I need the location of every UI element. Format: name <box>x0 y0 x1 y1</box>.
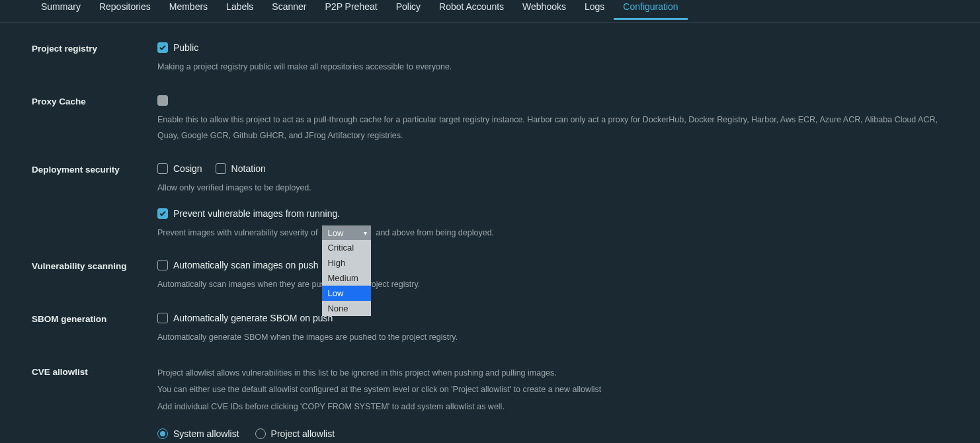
row-proxy-cache: Proxy Cache Enable this to allow this pr… <box>32 95 948 144</box>
prevent-vulnerable-checkbox[interactable] <box>157 208 168 219</box>
severity-option-high[interactable]: High <box>322 255 371 270</box>
tab-logs[interactable]: Logs <box>575 0 614 19</box>
cosign-label: Cosign <box>173 163 202 174</box>
cosign-checkbox[interactable] <box>157 163 168 174</box>
row-sbom: SBOM generation Automatically generate S… <box>32 313 948 346</box>
system-allowlist-radio[interactable] <box>157 428 168 439</box>
severity-option-none[interactable]: None <box>322 301 371 316</box>
project-allowlist-label: Project allowlist <box>271 428 335 439</box>
tab-configuration[interactable]: Configuration <box>614 0 687 20</box>
tab-scanner[interactable]: Scanner <box>263 0 315 19</box>
allowlist-radio-group: System allowlist Project allowlist <box>157 428 948 439</box>
auto-sbom-checkbox[interactable] <box>157 313 168 323</box>
label-deployment-security: Deployment security <box>32 163 157 175</box>
auto-sbom-help: Automatically generate SBOM when the ima… <box>157 330 948 346</box>
project-allowlist-radio[interactable] <box>255 428 266 439</box>
row-cve-allowlist: CVE allowlist Project allowlist allows v… <box>32 366 948 439</box>
severity-prefix: Prevent images with vulnerability severi… <box>157 228 317 237</box>
system-allowlist-option[interactable]: System allowlist <box>157 428 239 439</box>
project-allowlist-option[interactable]: Project allowlist <box>255 428 335 439</box>
tab-webhooks[interactable]: Webhooks <box>513 0 575 19</box>
deployment-security-help: Allow only verified images to be deploye… <box>157 181 948 196</box>
severity-line: Prevent images with vulnerability severi… <box>157 225 948 240</box>
row-project-registry: Project registry Public Making a project… <box>32 42 948 75</box>
cve-help-1: Project allowlist allows vulnerabilities… <box>157 366 948 382</box>
notation-checkbox[interactable] <box>216 163 226 174</box>
severity-option-low[interactable]: Low <box>322 286 371 301</box>
tab-summary[interactable]: Summary <box>32 0 90 19</box>
tab-labels[interactable]: Labels <box>217 0 263 19</box>
severity-suffix: and above from being deployed. <box>376 228 494 237</box>
label-sbom: SBOM generation <box>32 313 157 324</box>
tab-policy[interactable]: Policy <box>387 0 430 19</box>
severity-dropdown: CriticalHighMediumLowNone <box>322 240 371 316</box>
row-deployment-security: Deployment security Cosign Notation Allo… <box>32 163 948 240</box>
cve-help-2: You can either use the default allowlist… <box>157 382 948 398</box>
tab-robot-accounts[interactable]: Robot Accounts <box>430 0 513 19</box>
cve-help-3: Add individual CVE IDs before clicking '… <box>157 399 948 415</box>
public-checkbox[interactable] <box>157 42 168 53</box>
system-allowlist-label: System allowlist <box>173 428 239 439</box>
chevron-down-icon: ▾ <box>364 229 367 237</box>
severity-option-critical[interactable]: Critical <box>322 240 371 255</box>
auto-scan-help: Automatically scan images when they are … <box>157 277 948 293</box>
severity-option-medium[interactable]: Medium <box>322 270 371 286</box>
label-cve-allowlist: CVE allowlist <box>32 366 157 377</box>
label-project-registry: Project registry <box>32 42 157 54</box>
proxy-cache-checkbox[interactable] <box>157 95 168 106</box>
proxy-cache-help: Enable this to allow this project to act… <box>157 112 948 144</box>
public-label: Public <box>173 42 198 53</box>
tab-p2p-preheat[interactable]: P2P Preheat <box>316 0 387 19</box>
tabs-bar: SummaryRepositoriesMembersLabelsScannerP… <box>0 0 980 22</box>
auto-sbom-label: Automatically generate SBOM on push <box>173 313 333 323</box>
row-vulnerability-scanning: Vulnerability scanning Automatically sca… <box>32 260 948 293</box>
notation-label: Notation <box>231 163 266 174</box>
severity-select[interactable]: Low ▾ CriticalHighMediumLowNone <box>322 225 371 240</box>
config-content: Project registry Public Making a project… <box>0 22 980 439</box>
auto-scan-checkbox[interactable] <box>157 260 168 270</box>
label-vulnerability-scanning: Vulnerability scanning <box>32 260 157 271</box>
tab-members[interactable]: Members <box>160 0 217 19</box>
auto-scan-label: Automatically scan images on push <box>173 260 318 270</box>
public-help: Making a project registry public will ma… <box>157 60 948 75</box>
prevent-vulnerable-label: Prevent vulnerable images from running. <box>173 208 340 219</box>
label-proxy-cache: Proxy Cache <box>32 95 157 106</box>
severity-selected-value: Low <box>327 228 343 238</box>
tab-repositories[interactable]: Repositories <box>90 0 160 19</box>
